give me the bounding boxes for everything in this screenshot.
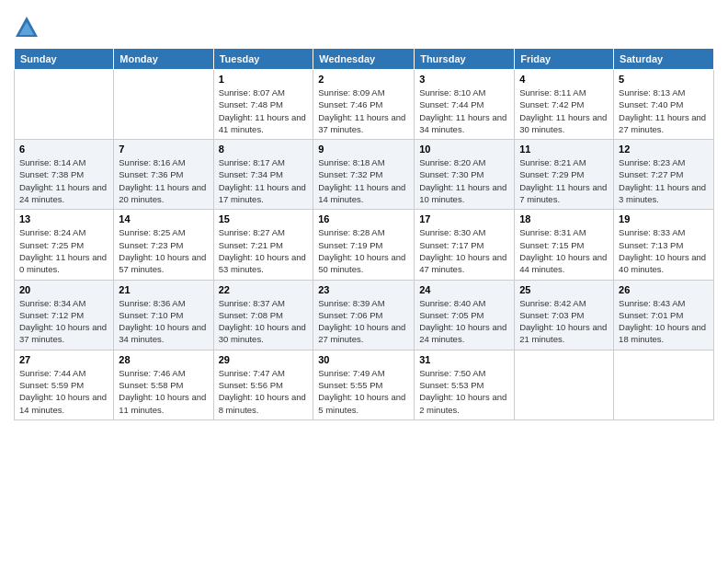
day-number: 5: [619, 74, 709, 85]
day-info: Sunrise: 8:27 AM Sunset: 7:21 PM Dayligh…: [219, 226, 309, 275]
day-number: 29: [219, 354, 309, 365]
weekday-header: Wednesday: [313, 49, 415, 70]
calendar-cell: 23Sunrise: 8:39 AM Sunset: 7:06 PM Dayli…: [313, 280, 415, 350]
day-number: 23: [318, 284, 409, 295]
day-info: Sunrise: 8:13 AM Sunset: 7:40 PM Dayligh…: [619, 86, 709, 135]
day-info: Sunrise: 8:16 AM Sunset: 7:36 PM Dayligh…: [119, 156, 208, 205]
calendar-cell: [114, 70, 213, 140]
calendar-cell: 2Sunrise: 8:09 AM Sunset: 7:46 PM Daylig…: [313, 70, 415, 140]
calendar-cell: 31Sunrise: 7:50 AM Sunset: 5:53 PM Dayli…: [415, 350, 515, 419]
calendar-cell: 18Sunrise: 8:31 AM Sunset: 7:15 PM Dayli…: [515, 210, 614, 280]
day-info: Sunrise: 8:33 AM Sunset: 7:13 PM Dayligh…: [619, 226, 709, 275]
day-info: Sunrise: 8:25 AM Sunset: 7:23 PM Dayligh…: [119, 226, 208, 275]
calendar-cell: 24Sunrise: 8:40 AM Sunset: 7:05 PM Dayli…: [415, 280, 515, 350]
calendar-cell: 9Sunrise: 8:18 AM Sunset: 7:32 PM Daylig…: [313, 140, 415, 210]
day-info: Sunrise: 8:07 AM Sunset: 7:48 PM Dayligh…: [219, 86, 309, 135]
calendar-cell: 4Sunrise: 8:11 AM Sunset: 7:42 PM Daylig…: [515, 70, 614, 140]
day-info: Sunrise: 8:20 AM Sunset: 7:30 PM Dayligh…: [419, 156, 509, 205]
calendar-cell: 3Sunrise: 8:10 AM Sunset: 7:44 PM Daylig…: [415, 70, 515, 140]
calendar-cell: 8Sunrise: 8:17 AM Sunset: 7:34 PM Daylig…: [213, 140, 313, 210]
day-number: 6: [19, 144, 108, 155]
day-number: 16: [318, 213, 409, 224]
calendar-cell: 25Sunrise: 8:42 AM Sunset: 7:03 PM Dayli…: [515, 280, 614, 350]
day-info: Sunrise: 7:49 AM Sunset: 5:55 PM Dayligh…: [318, 367, 409, 416]
weekday-header: Sunday: [15, 49, 114, 70]
day-info: Sunrise: 8:21 AM Sunset: 7:29 PM Dayligh…: [519, 156, 609, 205]
day-info: Sunrise: 8:10 AM Sunset: 7:44 PM Dayligh…: [419, 86, 509, 135]
day-number: 4: [519, 74, 609, 85]
day-number: 2: [318, 74, 409, 85]
day-info: Sunrise: 8:39 AM Sunset: 7:06 PM Dayligh…: [318, 297, 409, 346]
day-info: Sunrise: 8:43 AM Sunset: 7:01 PM Dayligh…: [619, 297, 709, 346]
day-info: Sunrise: 8:14 AM Sunset: 7:38 PM Dayligh…: [19, 156, 108, 205]
day-number: 12: [619, 144, 709, 155]
calendar-header-row: SundayMondayTuesdayWednesdayThursdayFrid…: [15, 49, 714, 70]
day-number: 28: [119, 354, 208, 365]
calendar-cell: 16Sunrise: 8:28 AM Sunset: 7:19 PM Dayli…: [313, 210, 415, 280]
day-info: Sunrise: 8:34 AM Sunset: 7:12 PM Dayligh…: [19, 297, 108, 346]
calendar-cell: 20Sunrise: 8:34 AM Sunset: 7:12 PM Dayli…: [15, 280, 114, 350]
day-number: 18: [519, 213, 609, 224]
calendar-cell: [515, 350, 614, 419]
calendar-cell: 12Sunrise: 8:23 AM Sunset: 7:27 PM Dayli…: [614, 140, 714, 210]
calendar-table: SundayMondayTuesdayWednesdayThursdayFrid…: [14, 48, 714, 420]
weekday-header: Thursday: [415, 49, 515, 70]
day-info: Sunrise: 8:11 AM Sunset: 7:42 PM Dayligh…: [519, 86, 609, 135]
day-number: 8: [219, 144, 309, 155]
day-info: Sunrise: 8:37 AM Sunset: 7:08 PM Dayligh…: [219, 297, 309, 346]
day-number: 10: [419, 144, 509, 155]
calendar-cell: 13Sunrise: 8:24 AM Sunset: 7:25 PM Dayli…: [15, 210, 114, 280]
day-number: 14: [119, 213, 208, 224]
calendar-cell: 28Sunrise: 7:46 AM Sunset: 5:58 PM Dayli…: [114, 350, 213, 419]
weekday-header: Friday: [515, 49, 614, 70]
calendar-week-row: 13Sunrise: 8:24 AM Sunset: 7:25 PM Dayli…: [15, 210, 714, 280]
calendar-cell: 30Sunrise: 7:49 AM Sunset: 5:55 PM Dayli…: [313, 350, 415, 419]
calendar-week-row: 20Sunrise: 8:34 AM Sunset: 7:12 PM Dayli…: [15, 280, 714, 350]
calendar-cell: [15, 70, 114, 140]
calendar-cell: 21Sunrise: 8:36 AM Sunset: 7:10 PM Dayli…: [114, 280, 213, 350]
day-number: 31: [419, 354, 509, 365]
day-number: 27: [19, 354, 108, 365]
day-number: 19: [619, 213, 709, 224]
calendar-cell: 7Sunrise: 8:16 AM Sunset: 7:36 PM Daylig…: [114, 140, 213, 210]
day-number: 7: [119, 144, 208, 155]
day-info: Sunrise: 7:47 AM Sunset: 5:56 PM Dayligh…: [219, 367, 309, 416]
day-info: Sunrise: 8:40 AM Sunset: 7:05 PM Dayligh…: [419, 297, 509, 346]
day-info: Sunrise: 8:24 AM Sunset: 7:25 PM Dayligh…: [19, 226, 108, 275]
calendar-cell: 11Sunrise: 8:21 AM Sunset: 7:29 PM Dayli…: [515, 140, 614, 210]
day-number: 25: [519, 284, 609, 295]
calendar-cell: 5Sunrise: 8:13 AM Sunset: 7:40 PM Daylig…: [614, 70, 714, 140]
day-number: 1: [219, 74, 309, 85]
calendar-week-row: 27Sunrise: 7:44 AM Sunset: 5:59 PM Dayli…: [15, 350, 714, 419]
day-number: 3: [419, 74, 509, 85]
day-number: 26: [619, 284, 709, 295]
calendar-cell: 1Sunrise: 8:07 AM Sunset: 7:48 PM Daylig…: [213, 70, 313, 140]
calendar-week-row: 6Sunrise: 8:14 AM Sunset: 7:38 PM Daylig…: [15, 140, 714, 210]
day-info: Sunrise: 8:42 AM Sunset: 7:03 PM Dayligh…: [519, 297, 609, 346]
calendar-cell: 6Sunrise: 8:14 AM Sunset: 7:38 PM Daylig…: [15, 140, 114, 210]
day-number: 20: [19, 284, 108, 295]
day-info: Sunrise: 8:17 AM Sunset: 7:34 PM Dayligh…: [219, 156, 309, 205]
day-number: 15: [219, 213, 309, 224]
day-info: Sunrise: 8:36 AM Sunset: 7:10 PM Dayligh…: [119, 297, 208, 346]
day-info: Sunrise: 8:30 AM Sunset: 7:17 PM Dayligh…: [419, 226, 509, 275]
calendar-cell: 22Sunrise: 8:37 AM Sunset: 7:08 PM Dayli…: [213, 280, 313, 350]
calendar-cell: 26Sunrise: 8:43 AM Sunset: 7:01 PM Dayli…: [614, 280, 714, 350]
day-info: Sunrise: 7:50 AM Sunset: 5:53 PM Dayligh…: [419, 367, 509, 416]
day-info: Sunrise: 8:09 AM Sunset: 7:46 PM Dayligh…: [318, 86, 409, 135]
calendar-cell: 29Sunrise: 7:47 AM Sunset: 5:56 PM Dayli…: [213, 350, 313, 419]
calendar-cell: [614, 350, 714, 419]
day-info: Sunrise: 8:18 AM Sunset: 7:32 PM Dayligh…: [318, 156, 409, 205]
day-number: 13: [19, 213, 108, 224]
calendar-cell: 19Sunrise: 8:33 AM Sunset: 7:13 PM Dayli…: [614, 210, 714, 280]
day-number: 17: [419, 213, 509, 224]
page-header: [14, 9, 714, 40]
day-number: 21: [119, 284, 208, 295]
day-info: Sunrise: 7:44 AM Sunset: 5:59 PM Dayligh…: [19, 367, 108, 416]
day-info: Sunrise: 8:28 AM Sunset: 7:19 PM Dayligh…: [318, 226, 409, 275]
weekday-header: Saturday: [614, 49, 714, 70]
calendar-cell: 14Sunrise: 8:25 AM Sunset: 7:23 PM Dayli…: [114, 210, 213, 280]
logo-icon: [14, 15, 40, 40]
day-info: Sunrise: 7:46 AM Sunset: 5:58 PM Dayligh…: [119, 367, 208, 416]
logo: [14, 15, 43, 40]
